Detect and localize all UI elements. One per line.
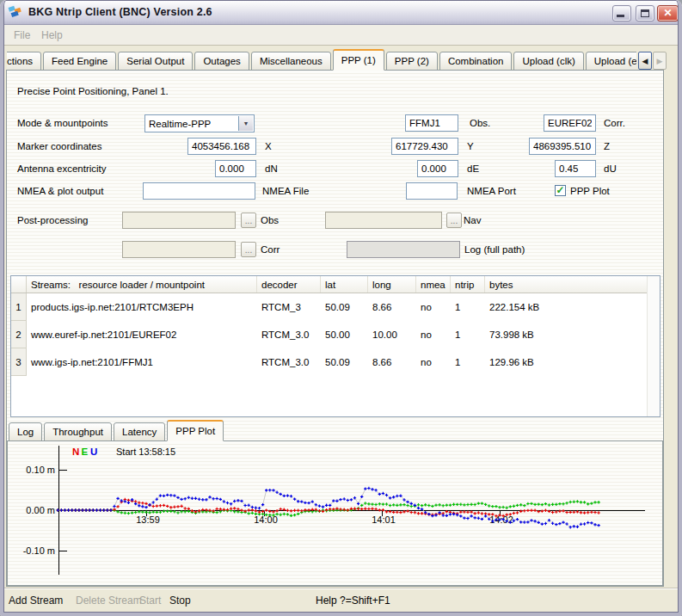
minimize-icon: [617, 15, 624, 17]
post-nav-label: Nav: [464, 212, 481, 229]
post-corr-field: [122, 241, 236, 258]
toolbar-start: Start: [139, 588, 161, 613]
tab-upload-eph[interactable]: Upload (eph): [586, 52, 636, 71]
maximize-icon: [641, 9, 649, 17]
tab-miscellaneous[interactable]: Miscellaneous: [251, 52, 331, 71]
minimize-button-icon[interactable]: [612, 5, 631, 22]
header-long: long: [368, 276, 416, 293]
y-tick-label: 0.00 m: [26, 505, 55, 515]
header-decoder: decoder: [257, 276, 321, 293]
streams-table-header: Streams: resource loader / mountpoint de…: [11, 276, 660, 293]
tab-throughput[interactable]: Throughput: [44, 422, 112, 441]
de-label: dE: [467, 160, 479, 177]
tab-log[interactable]: Log: [9, 422, 42, 441]
toolbar-stop[interactable]: Stop: [169, 588, 191, 613]
tab-ppp-2[interactable]: PPP (2): [386, 52, 438, 71]
marker-coordinates-label: Marker coordinates: [17, 138, 101, 155]
marker-y-field[interactable]: [391, 138, 458, 155]
y-tick-label: -0.10 m: [23, 545, 55, 556]
nmea-port-label: NMEA Port: [467, 182, 516, 200]
cell-long: 8.66: [368, 293, 416, 321]
mode-combobox[interactable]: Realtime-PPP ▼: [144, 114, 255, 132]
maximize-button-icon[interactable]: [636, 5, 654, 22]
cell-nmea: no: [416, 348, 451, 376]
marker-x-field[interactable]: [187, 138, 256, 155]
tab-upload-clk[interactable]: Upload (clk): [513, 52, 583, 71]
window-title: BKG Ntrip Client (BNC) Version 2.6: [28, 6, 212, 18]
nmea-port-field[interactable]: [406, 182, 458, 200]
marker-z-field[interactable]: [529, 138, 596, 155]
post-log-field: [347, 241, 460, 258]
cell-mountpoint: www.euref-ip.net:2101/EUREF02: [27, 321, 257, 348]
corr-label: Corr.: [604, 114, 625, 132]
table-row[interactable]: 3www.igs-ip.net:2101/FFMJ1RTCM_3.050.098…: [11, 348, 660, 376]
tab-ppp-1[interactable]: PPP (1): [333, 49, 384, 71]
tab-combination[interactable]: Combination: [439, 52, 513, 71]
streams-table: Streams: resource loader / mountpoint de…: [10, 275, 660, 417]
browse-nav-button: ...: [446, 213, 462, 228]
du-label: dU: [604, 160, 617, 177]
tab-feed-engine[interactable]: Feed Engine: [43, 52, 116, 71]
tab-serial-output[interactable]: Serial Output: [118, 52, 193, 71]
cell-mountpoint: products.igs-ip.net:2101/RTCM3EPH: [27, 293, 257, 321]
checkmark-icon: ✓: [556, 184, 564, 196]
header-lat: lat: [321, 276, 368, 293]
antenna-de-field[interactable]: [417, 160, 458, 177]
cell-long: 10.00: [368, 321, 416, 348]
header-mountpoint: Streams: resource loader / mountpoint: [27, 276, 257, 293]
tab-ctions[interactable]: ctions: [7, 52, 41, 71]
obs-mountpoint-field[interactable]: [405, 114, 458, 132]
menu-file: File: [10, 25, 34, 46]
legend-U: U: [90, 447, 97, 457]
mode-mountpoints-label: Mode & mountpoints: [17, 114, 108, 132]
obs-label: Obs.: [470, 114, 490, 132]
cell-nmea: no: [416, 321, 451, 348]
browse-obs-button: ...: [241, 213, 256, 228]
tab-ppp-plot[interactable]: PPP Plot: [167, 420, 224, 441]
legend-E: E: [82, 447, 89, 457]
close-button-icon[interactable]: ✕: [657, 5, 679, 22]
tab-outages[interactable]: Outages: [194, 52, 249, 71]
cell-decoder: RTCM_3.0: [257, 348, 321, 376]
cell-mountpoint: www.igs-ip.net:2101/FFMJ1: [27, 348, 257, 376]
cell-decoder: RTCM_3: [257, 293, 321, 321]
cell-num[interactable]: 3: [11, 348, 27, 376]
post-log-label: Log (full path): [464, 241, 525, 258]
cell-bytes: 129.96 kB: [485, 348, 660, 376]
title-bar[interactable]: BKG Ntrip Client (BNC) Version 2.6 ✕: [0, 0, 682, 25]
tab-latency[interactable]: Latency: [114, 422, 165, 441]
streams-table-body: 1products.igs-ip.net:2101/RTCM3EPHRTCM_3…: [11, 293, 660, 376]
cell-num[interactable]: 2: [11, 321, 27, 348]
post-processing-label: Post-processing: [17, 212, 88, 229]
ppp-plot-checkbox[interactable]: ✓: [555, 185, 566, 196]
y-tick-label: 0.10 m: [26, 465, 55, 475]
antenna-du-field[interactable]: [555, 160, 596, 177]
top-tab-bar: ctionsFeed EngineSerial OutputOutagesMis…: [7, 49, 636, 71]
cell-ntrip: 1: [451, 293, 485, 321]
corr-mountpoint-field[interactable]: [544, 114, 596, 132]
table-row[interactable]: 2www.euref-ip.net:2101/EUREF02RTCM_3.050…: [11, 321, 660, 348]
tab-scroll-left-icon[interactable]: ◀: [638, 52, 652, 70]
table-scrollbar-track[interactable]: [647, 276, 660, 416]
chevron-down-icon[interactable]: ▼: [238, 116, 253, 131]
antenna-excentricity-label: Antenna excentricity: [17, 160, 107, 177]
antenna-dn-field[interactable]: [215, 160, 256, 177]
menu-help: Help: [38, 25, 66, 46]
nmea-file-field[interactable]: [143, 182, 255, 200]
toolbar-add-stream[interactable]: Add Stream: [9, 588, 63, 613]
cell-num[interactable]: 1: [11, 293, 27, 321]
table-row[interactable]: 1products.igs-ip.net:2101/RTCM3EPHRTCM_3…: [11, 293, 660, 321]
ppp-plot-pane: 13:5914:0014:0114:020.10 m0.00 m-0.10 mN…: [7, 440, 663, 586]
cell-lat: 50.09: [321, 348, 368, 376]
menu-bar: File Help: [3, 25, 679, 46]
x-tick-label: 13:59: [136, 514, 160, 525]
post-obs-label: Obs: [261, 212, 279, 229]
tab-scroll-right-icon: ▶: [653, 52, 667, 70]
legend-N: N: [72, 447, 79, 457]
post-corr-label: Corr: [261, 241, 280, 258]
header-bytes: bytes: [485, 276, 660, 293]
cell-lat: 50.00: [321, 321, 368, 348]
post-obs-field: [122, 212, 236, 229]
cell-ntrip: 1: [451, 348, 485, 376]
cell-long: 8.66: [368, 348, 416, 376]
